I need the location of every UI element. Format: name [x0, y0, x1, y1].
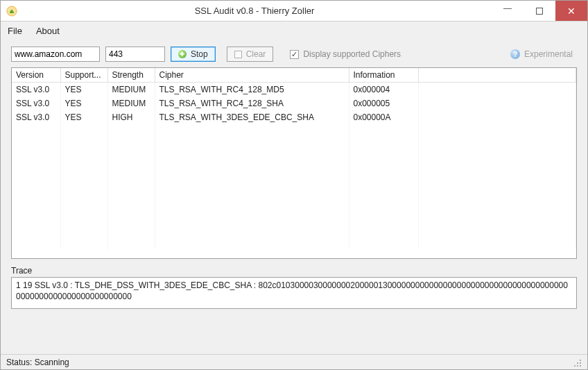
status-text: Status: Scanning	[6, 358, 69, 367]
table-row-empty	[12, 221, 576, 235]
clear-button-label: Clear	[246, 49, 266, 59]
cell-supported: YES	[60, 83, 107, 96]
start-stop-icon: ✚	[178, 50, 187, 58]
menu-about[interactable]: About	[36, 26, 60, 36]
cell-cipher: TLS_RSA_WITH_RC4_128_MD5	[155, 83, 349, 96]
col-header-cipher[interactable]: Cipher	[155, 68, 349, 83]
titlebar: SSL Audit v0.8 - Thierry Zoller — ✕	[1, 1, 587, 22]
cell-extra	[418, 96, 576, 110]
cell-information: 0x00000A	[349, 110, 418, 124]
col-header-strength[interactable]: Strength	[107, 68, 155, 83]
close-button[interactable]: ✕	[555, 1, 587, 21]
cell-cipher: TLS_RSA_WITH_RC4_128_SHA	[155, 96, 349, 110]
cell-version: SSL v3.0	[12, 96, 60, 110]
display-ciphers-checkbox[interactable]: ✓ Display supported Ciphers	[290, 49, 401, 59]
checkbox-icon: ✓	[290, 50, 299, 59]
table-row-empty	[12, 138, 576, 152]
svg-point-5	[574, 365, 576, 367]
cell-information: 0x000005	[349, 96, 418, 110]
results-table-container: Version Support... Strength Cipher Infor…	[11, 67, 577, 259]
col-header-supported[interactable]: Support...	[60, 68, 107, 83]
statusbar: Status: Scanning	[1, 354, 587, 369]
cell-extra	[418, 110, 576, 124]
trace-output[interactable]: 1 19 SSL v3.0 : TLS_DHE_DSS_WITH_3DES_ED…	[11, 277, 577, 309]
menu-file[interactable]: File	[8, 26, 22, 36]
window-title: SSL Audit v0.8 - Thierry Zoller	[17, 6, 492, 16]
port-input[interactable]	[105, 47, 165, 62]
stop-button[interactable]: ✚ Stop	[171, 47, 216, 62]
cell-strength: HIGH	[107, 110, 155, 124]
table-row-empty	[12, 166, 576, 180]
table-row[interactable]: SSL v3.0YESHIGHTLS_RSA_WITH_3DES_EDE_CBC…	[12, 110, 576, 124]
minimize-button[interactable]: —	[492, 1, 524, 21]
cell-strength: MEDIUM	[107, 83, 155, 96]
table-row-empty	[12, 235, 576, 249]
table-row-empty	[12, 194, 576, 208]
cell-extra	[418, 83, 576, 96]
app-window: SSL Audit v0.8 - Thierry Zoller — ✕ File…	[0, 0, 588, 370]
table-row-empty	[12, 208, 576, 221]
cell-supported: YES	[60, 110, 107, 124]
display-ciphers-label: Display supported Ciphers	[303, 49, 401, 59]
experimental-label: Experimental	[524, 49, 573, 59]
svg-point-3	[577, 362, 578, 364]
host-input[interactable]	[11, 47, 100, 62]
table-header-row: Version Support... Strength Cipher Infor…	[12, 68, 576, 83]
cell-strength: MEDIUM	[107, 96, 155, 110]
col-header-extra[interactable]	[418, 68, 576, 83]
results-table: Version Support... Strength Cipher Infor…	[12, 68, 576, 249]
resize-grip-icon[interactable]	[572, 358, 582, 367]
table-row[interactable]: SSL v3.0YESMEDIUMTLS_RSA_WITH_RC4_128_MD…	[12, 83, 576, 96]
clear-button[interactable]: Clear	[227, 47, 274, 62]
svg-point-6	[577, 365, 578, 367]
table-row-empty	[12, 124, 576, 138]
cell-cipher: TLS_RSA_WITH_3DES_EDE_CBC_SHA	[155, 110, 349, 124]
table-row-empty	[12, 180, 576, 194]
window-controls: — ✕	[492, 1, 587, 21]
cell-version: SSL v3.0	[12, 110, 60, 124]
clear-icon	[234, 51, 242, 58]
col-header-version[interactable]: Version	[12, 68, 60, 83]
stop-button-label: Stop	[191, 49, 208, 59]
table-row-empty	[12, 152, 576, 166]
menubar: File About	[1, 22, 587, 40]
svg-point-7	[580, 365, 581, 367]
toolbar: ✚ Stop Clear ✓ Display supported Ciphers…	[1, 40, 587, 67]
svg-rect-1	[537, 8, 543, 14]
cell-supported: YES	[60, 96, 107, 110]
app-icon	[6, 6, 17, 17]
cell-version: SSL v3.0	[12, 83, 60, 96]
svg-point-2	[580, 360, 581, 361]
svg-point-4	[580, 362, 581, 364]
table-row[interactable]: SSL v3.0YESMEDIUMTLS_RSA_WITH_RC4_128_SH…	[12, 96, 576, 110]
col-header-information[interactable]: Information	[349, 68, 418, 83]
help-icon: ?	[510, 49, 520, 59]
experimental-button[interactable]: ? Experimental	[510, 49, 573, 59]
cell-information: 0x000004	[349, 83, 418, 96]
trace-label: Trace	[11, 266, 577, 276]
maximize-button[interactable]	[524, 1, 555, 21]
